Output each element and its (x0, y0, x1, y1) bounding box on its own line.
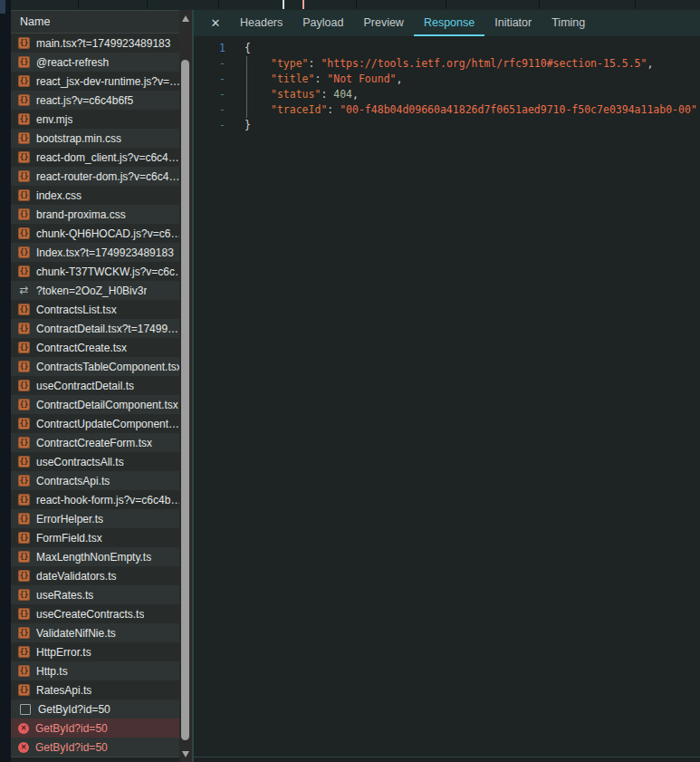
script-file-icon (18, 665, 30, 677)
scroll-up-arrow-icon[interactable] (182, 15, 189, 22)
script-file-icon (18, 475, 30, 487)
request-name: dateValidators.ts (36, 570, 117, 583)
detail-footer (194, 757, 700, 762)
request-name: useContractDetail.ts (36, 380, 134, 392)
network-request-row[interactable]: react_jsx-dev-runtime.js?v=… (11, 72, 179, 91)
line-gutter: - (194, 72, 225, 87)
network-request-row[interactable]: Index.tsx?t=1749923489183 (11, 243, 179, 262)
script-file-icon (18, 304, 30, 315)
line-gutter: - (194, 87, 225, 102)
request-name: env.mjs (36, 113, 72, 126)
line-content: { (245, 41, 251, 56)
request-name: GetById?id=50 (38, 703, 110, 716)
network-request-row[interactable]: FormField.tsx (11, 528, 179, 547)
line-content: "title": "Not Found", (245, 72, 402, 87)
list-footer (11, 757, 179, 762)
line-content: "traceId": "00-f48b04d09660a41826d7f0651… (245, 102, 697, 118)
request-name: ContractCreate.tsx (36, 342, 127, 354)
tab-preview[interactable]: Preview (353, 10, 413, 36)
network-request-row[interactable]: GetById?id=50 (11, 719, 179, 738)
network-request-row[interactable]: RatesApi.ts (11, 680, 179, 699)
script-file-icon (18, 399, 30, 410)
scrollbar-thumb[interactable] (181, 60, 189, 740)
toolbar-record-indicator (302, 0, 304, 9)
network-request-row[interactable]: ContractsList.tsx (11, 300, 179, 319)
tab-payload[interactable]: Payload (292, 10, 353, 36)
network-request-row[interactable]: GetById?id=50 (11, 699, 179, 719)
network-request-row[interactable]: useContractDetail.ts (11, 376, 179, 395)
network-request-row[interactable]: ContractUpdateComponent… (11, 414, 179, 433)
network-request-row[interactable]: chunk-T37TWCKW.js?v=c6c… (11, 262, 179, 281)
indent-guide (246, 56, 247, 118)
network-request-row[interactable]: Http.ts (11, 661, 179, 680)
network-request-row[interactable]: MaxLengthNonEmpty.ts (11, 547, 179, 566)
network-request-row[interactable]: ContractsTableComponent.tsx (11, 357, 179, 376)
scroll-down-arrow-icon[interactable] (182, 751, 189, 757)
code-line: 1 { (194, 41, 700, 56)
network-request-row[interactable]: useCreateContracts.ts (11, 604, 179, 623)
detail-tabbar: ✕ Headers Payload Preview Response Initi… (194, 10, 700, 36)
network-request-row[interactable]: brand-proxima.css (11, 205, 179, 224)
script-file-icon (18, 227, 30, 239)
network-request-row[interactable]: ContractCreateForm.tsx (11, 433, 179, 452)
request-name: FormField.tsx (36, 532, 102, 545)
request-name: ErrorHelper.ts (36, 513, 103, 526)
network-request-row[interactable]: react-hook-form.js?v=c6c4b… (11, 490, 179, 509)
network-request-row[interactable]: ContractCreate.tsx (11, 338, 179, 357)
request-name: bootstrap.min.css (36, 132, 121, 145)
network-request-row[interactable]: react-dom_client.js?v=c6c4… (11, 148, 179, 167)
request-name: react-dom_client.js?v=c6c4… (36, 151, 179, 164)
network-request-row[interactable]: GetById?id=50 (11, 738, 179, 757)
network-request-row[interactable]: @react-refresh (11, 53, 179, 72)
request-name: ContractDetailComponent.tsx (36, 399, 178, 411)
tab-headers[interactable]: Headers (230, 10, 292, 36)
network-request-row[interactable]: react.js?v=c6c4b6f5 (11, 91, 179, 110)
request-name: Index.tsx?t=1749923489183 (36, 246, 174, 259)
network-request-row[interactable]: bootstrap.min.css (11, 129, 179, 148)
network-request-row[interactable]: chunk-QH6HOCAD.js?v=c6… (11, 224, 179, 243)
network-request-row[interactable]: index.css (11, 186, 179, 205)
script-file-icon (18, 513, 30, 525)
tab-label: Initiator (494, 16, 532, 29)
name-column-header[interactable]: Name (11, 10, 179, 34)
close-icon[interactable]: ✕ (201, 10, 230, 36)
line-gutter: - (194, 102, 225, 118)
request-name: ContractCreateForm.tsx (36, 437, 152, 449)
network-request-list: main.tsx?t=1749923489183 @react-refresh … (11, 34, 179, 757)
tab-label: Timing (551, 16, 585, 29)
network-request-row[interactable]: ErrorHelper.ts (11, 509, 179, 528)
tab-timing[interactable]: Timing (542, 10, 595, 36)
token-key: "status" (271, 88, 321, 101)
request-name: react_jsx-dev-runtime.js?v=… (36, 75, 179, 88)
error-icon (18, 723, 29, 734)
network-request-row[interactable]: ContractsApi.ts (11, 471, 179, 490)
request-name: brand-proxima.css (36, 208, 126, 221)
line-gutter: - (194, 118, 225, 133)
script-file-icon (18, 570, 30, 582)
line-content: "type": "https://tools.ietf.org/html/rfc… (245, 56, 653, 72)
network-request-row[interactable]: ?token=2OoZ_H0Biv3r (11, 281, 179, 300)
request-name: ContractDetail.tsx?t=17499… (36, 323, 178, 335)
script-file-icon (18, 589, 30, 601)
line-gutter: - (194, 56, 225, 72)
tab-response[interactable]: Response (414, 10, 484, 36)
network-request-row[interactable]: main.tsx?t=1749923489183 (11, 34, 179, 53)
script-file-icon (18, 132, 30, 144)
network-request-row[interactable]: ContractDetail.tsx?t=17499… (11, 319, 179, 338)
network-request-row[interactable]: ValidateNifNie.ts (11, 623, 179, 642)
network-request-row[interactable]: env.mjs (11, 110, 179, 129)
request-name: GetById?id=50 (35, 741, 108, 754)
request-name: ContractUpdateComponent… (36, 418, 179, 430)
network-request-row[interactable]: useContractsAll.ts (11, 452, 179, 471)
toolbar-divider (446, 0, 446, 9)
network-request-row[interactable]: useRates.ts (11, 585, 179, 604)
network-request-row[interactable]: dateValidators.ts (11, 566, 179, 585)
network-request-row[interactable]: react-router-dom.js?v=c6c4… (11, 167, 179, 186)
code-line: - } (194, 118, 700, 133)
error-icon (18, 742, 29, 753)
scrollbar[interactable] (179, 10, 192, 762)
network-request-row[interactable]: HttpError.ts (11, 642, 179, 661)
token-punct: , (352, 88, 359, 101)
network-request-row[interactable]: ContractDetailComponent.tsx (11, 395, 179, 414)
tab-initiator[interactable]: Initiator (484, 10, 542, 36)
